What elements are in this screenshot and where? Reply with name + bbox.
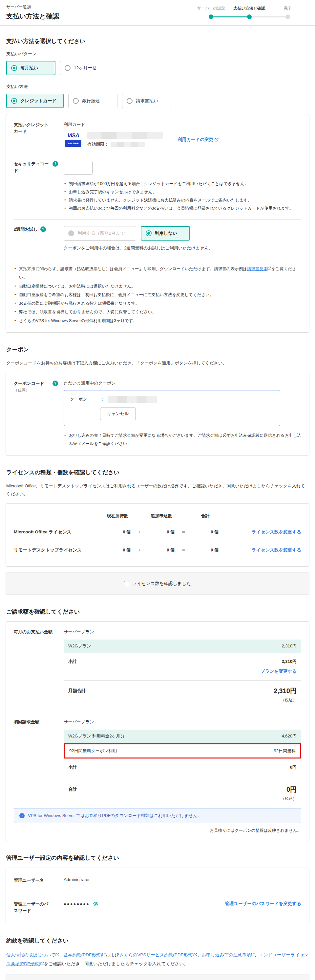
initial-billing-label: 初回請求金額 <box>14 719 64 802</box>
change-plan-link[interactable]: プランを変更する <box>261 668 297 675</box>
note-item: 初回のお支払いおよび毎回の利用料金などのお支払いは、会員情報に登録されているクレ… <box>64 204 301 213</box>
breadcrumb: サーバー追加 <box>6 4 59 10</box>
trial-body: 利用する（残り2台まで） 利用しない クーポンをご利用中の場合は、2週間無料のお… <box>64 226 301 251</box>
divider <box>64 779 301 779</box>
card-expiry-line: 有効期限： <box>87 141 163 147</box>
agree-bar: 同意する <box>6 974 309 980</box>
monthly-total-label: 月額合計 <box>68 687 86 694</box>
subtotal-amount: 0円 <box>290 764 297 770</box>
divider <box>14 892 301 892</box>
license-owned-value: 0 個 <box>102 529 133 535</box>
help-icon[interactable]: ? <box>52 161 58 167</box>
radio-card-trial-no-use[interactable]: 利用しない <box>141 226 190 240</box>
external-link-icon <box>55 953 59 956</box>
note-item: お申し込み完了後のキャンセルはできません。 <box>64 188 301 196</box>
security-code-input[interactable] <box>64 161 93 175</box>
table-header-empty <box>220 514 301 520</box>
change-license-link[interactable]: ライセンス数を変更する <box>252 547 301 553</box>
eye-off-icon[interactable] <box>93 901 99 907</box>
payment-section-heading: 支払い方法を選択してください <box>6 37 309 45</box>
change-card-link[interactable]: 利用カードの変更 <box>177 137 218 143</box>
optional-tag: （任意） <box>14 388 30 392</box>
license-confirm-checkbox[interactable] <box>124 581 129 586</box>
coupon-description: クーポンコードをお持ちのお客様は下記入力欄にご入力いただき、「クーポンを適用」ボ… <box>6 359 309 367</box>
coupon-cancel-button[interactable]: キャンセル <box>100 407 136 420</box>
trial-row: 2週間お試し ? 利用する（残り2台まで） 利用しない クーポンをご利用中の場合… <box>14 226 301 251</box>
license-change-link-cell: ライセンス数を変更する <box>220 547 301 553</box>
change-admin-password-link[interactable]: 管理ユーザーのパスワードを変更する <box>225 901 301 907</box>
note-item: 初回請求総額が1000万円を超える場合、クレジットカードをご利用いただくことはで… <box>64 180 301 188</box>
admin-name-value: Administrator <box>64 877 90 882</box>
step-complete: 完了 <box>268 6 307 19</box>
note-item: 弊社では、領収書を発行しておりませんので、大切に保管してください。 <box>14 308 301 316</box>
table-header-empty <box>14 514 102 520</box>
coupon-amount-row: 92日間無料クーポン利用 92日間無料 <box>65 745 300 757</box>
external-link-icon <box>40 962 44 965</box>
note-item: お支払の際に金融機関から発行される控えは領収書となります。 <box>14 299 301 308</box>
estimate-note: お見積りにはクーポンの情報は反映されません。 <box>14 828 301 834</box>
change-license-link[interactable]: ライセンス数を変更する <box>252 529 301 535</box>
billing-section-heading: ご請求額を確認してください <box>6 608 309 616</box>
step-label: 完了 <box>284 6 292 11</box>
radio-card-bank-transfer[interactable]: 銀行振込 <box>68 94 117 108</box>
card-numbers: 有効期限： <box>87 132 163 147</box>
help-icon[interactable]: ? <box>40 226 46 232</box>
help-icon[interactable]: ? <box>52 380 58 386</box>
expiry-label: 有効期限： <box>87 141 109 147</box>
header-titles: サーバー追加 支払い方法と確認 <box>6 4 59 21</box>
coupon-row: クーポンコード（任意） ? ただいま適用中のクーポン クーポン ： キャンセル … <box>14 380 301 448</box>
card-expiry-redacted <box>111 142 145 147</box>
payment-pattern-options: 毎月払い 12ヶ月一括 <box>6 61 309 75</box>
step-dot <box>247 14 252 19</box>
admin-password-label: 管理ユーザーのパスワード <box>14 901 64 914</box>
pre-application-notes-link[interactable]: お申し込み前の注意事項 <box>202 952 251 957</box>
admin-password-value: ●●●●●●●● <box>64 901 99 907</box>
radio-card-invoice[interactable]: 請求書払い <box>122 94 171 108</box>
license-added-value: 0 個 <box>146 529 177 535</box>
page-header: サーバー追加 支払い方法と確認 サーバーの設定 支払い方法と確認 完了 <box>0 0 315 25</box>
license-section-heading: ライセンスの種類・個数を確認してください <box>6 469 309 476</box>
license-change-link-cell: ライセンス数を変更する <box>220 529 301 535</box>
radio-icon <box>73 98 79 104</box>
visa-logo: VISA SECURE <box>64 132 83 147</box>
coupon-code-label: クーポンコード（任意） ? <box>14 380 64 448</box>
radio-card-12months[interactable]: 12ヶ月一括 <box>60 61 109 75</box>
terms-section-heading: 約款を確認してください <box>6 937 309 945</box>
note-item: 自動口座振替については、お申込時には選択いただけません。 <box>14 282 301 291</box>
monthly-total-row: 月額合計 2,310円 （税込） <box>64 685 301 703</box>
privacy-policy-link[interactable]: 個人情報の取扱について <box>6 952 55 957</box>
vertical-divider <box>170 132 170 147</box>
trial-note: クーポンをご利用中の場合は、2週間無料のお試しはご利用いただけません。 <box>64 245 301 251</box>
admin-password-row: 管理ユーザーのパスワード ●●●●●●●● 管理ユーザーのパスワードを変更する <box>14 899 301 916</box>
radio-label: 請求書払い <box>136 98 158 104</box>
plan-amount: 4,620円 <box>282 733 297 739</box>
license-confirm-bar: ライセンス数を確認しました <box>6 573 309 595</box>
invoice-sample-link[interactable]: 請求書見本 <box>247 267 268 271</box>
basic-terms-link[interactable]: 基本約款(PDF形式) <box>64 952 102 957</box>
radio-icon <box>127 98 133 104</box>
billing-box: 毎月のお支払い金額 サーバープラン W2Gプラン 2,310円 小計 2,310… <box>6 622 309 841</box>
info-icon: i <box>19 813 25 818</box>
vps-terms-link[interactable]: さくらのVPSサービス約款(PDF形式) <box>119 952 193 957</box>
pdf-info-banner: i VPS for Windows Server ではお見積りPDFのダウンロー… <box>14 808 301 823</box>
radio-card-monthly[interactable]: 毎月払い <box>6 61 55 75</box>
license-owned-value: 0 個 <box>102 547 133 553</box>
table-header-owned: 現在所持数 <box>102 511 133 523</box>
radio-label: 12ヶ月一括 <box>74 65 97 71</box>
note-item: 自動口座振替をご希望のお客様は、初回お支払後に、会員メニューにて支払い方法を変更… <box>14 291 301 299</box>
card-number-redacted <box>87 132 163 139</box>
coupon-body: ただいま適用中のクーポン クーポン ： キャンセル お申し込みの完了日時でご請求… <box>64 380 301 448</box>
initial-billing-body: サーバープラン W2Gプラン 利用料金2ヶ月分 4,620円 92日間無料クーポ… <box>64 719 301 802</box>
password-mask: ●●●●●●●● <box>64 902 90 906</box>
admin-name-label: 管理ユーザー名 <box>14 877 64 884</box>
main-content: 支払い方法を選択してください 支払いパターン 毎月払い 12ヶ月一括 支払い方法… <box>0 25 315 980</box>
license-confirm-label[interactable]: ライセンス数を確認しました <box>132 581 191 587</box>
table-header-total: 合計 <box>190 511 220 523</box>
external-link-icon <box>251 953 255 956</box>
radio-card-trial-use: 利用する（残り2台まで） <box>64 226 136 240</box>
equals-sign: ＝ <box>177 529 190 535</box>
step-dot <box>209 14 213 19</box>
page-title: 支払い方法と確認 <box>6 12 59 21</box>
step-label: サーバーの設定 <box>197 6 225 11</box>
radio-card-credit-card[interactable]: クレジットカード <box>6 94 64 108</box>
